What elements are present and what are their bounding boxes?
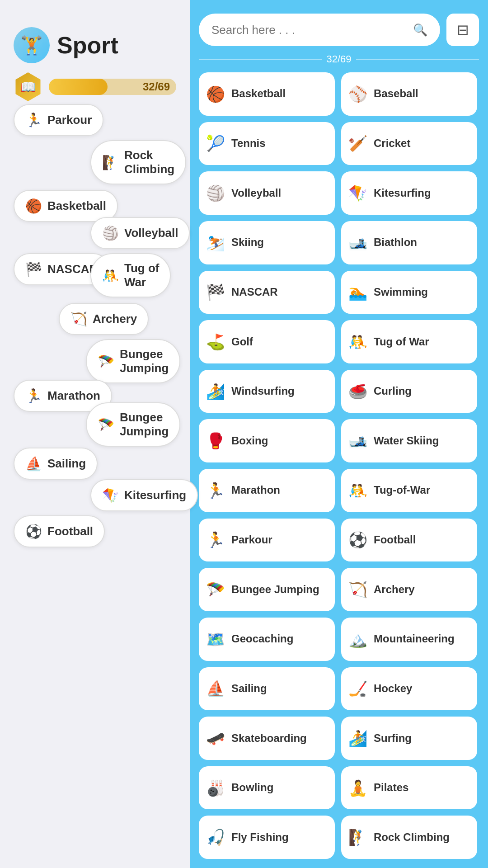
sport-card-curling[interactable]: 🥌 Curling [341,370,477,413]
sailing-label: Sailing [47,457,86,471]
progress-bar-container: 32/69 [49,79,176,95]
sport-label-tug-of-war-2: Tug-of-War [374,484,430,497]
sport-card-kitesurfing[interactable]: 🪁 Kitesurfing [341,171,477,215]
progress-line-left [199,59,322,60]
sport-card-skiing[interactable]: ⛷️ Skiing [199,221,335,264]
sport-label-geocaching: Geocaching [231,632,293,646]
sport-card-tug-of-war[interactable]: 🤼 Tug of War [341,320,477,363]
sport-card-fly-fishing[interactable]: 🎣 Fly Fishing [199,816,335,859]
left-pill-bungee-1[interactable]: 🪂 BungeeJumping [86,339,180,383]
sport-icon-fly-fishing: 🎣 [206,828,225,846]
sport-card-football[interactable]: ⚽ Football [341,519,477,562]
sailing-icon: ⛵ [25,456,42,472]
left-pill-volleyball[interactable]: 🏐 Volleyball [90,217,190,249]
sport-icon-parkour: 🏃 [206,531,225,549]
sport-card-skateboarding[interactable]: 🛹 Skateboarding [199,717,335,760]
sport-card-biathlon[interactable]: 🎿 Biathlon [341,221,477,264]
sport-label-biathlon: Biathlon [374,236,417,249]
sport-card-tennis[interactable]: 🎾 Tennis [199,122,335,165]
left-pill-parkour[interactable]: 🏃 Parkour [14,104,103,136]
sport-card-mountaineering[interactable]: 🏔️ Mountaineering [341,618,477,661]
bungee-2-icon: 🪂 [98,417,114,433]
kitesurfing-label: Kitesurfing [124,488,186,502]
sport-card-marathon[interactable]: 🏃 Marathon [199,469,335,512]
left-pill-football[interactable]: ⚽ Football [14,515,105,547]
sport-icon-boxing: 🥊 [206,432,225,450]
sport-card-baseball[interactable]: ⚾ Baseball [341,72,477,116]
sport-card-swimming[interactable]: 🏊 Swimming [341,271,477,314]
football-icon: ⚽ [25,524,42,539]
sport-label-golf: Golf [231,335,253,349]
sport-label-water-skiing: Water Skiing [374,434,439,448]
left-pill-kitesurfing[interactable]: 🪁 Kitesurfing [90,479,198,511]
sport-label-skateboarding: Skateboarding [231,732,307,745]
sport-icon-bowling: 🎳 [206,779,225,797]
volleyball-label: Volleyball [124,226,178,240]
sport-card-basketball[interactable]: 🏀 Basketball [199,72,335,116]
sport-label-tug-of-war: Tug of War [374,335,429,349]
sport-icon-hockey: 🏒 [348,679,367,698]
sport-card-golf[interactable]: ⛳ Golf [199,320,335,363]
sports-grid: 🏀 Basketball ⚾ Baseball 🎾 Tennis 🏏 Crick… [199,72,479,859]
sport-label-bungee-jumping: Bungee Jumping [231,583,319,596]
sport-icon-rock-climbing: 🧗 [348,828,367,846]
filter-button[interactable]: ⊟ [446,14,479,46]
sport-icon-sailing: ⛵ [206,679,225,698]
sport-card-rock-climbing[interactable]: 🧗 Rock Climbing [341,816,477,859]
search-row: 🔍 ⊟ [199,14,479,46]
sport-label-rock-climbing: Rock Climbing [374,831,450,844]
sport-icon-surfing: 🏄 [348,729,367,747]
sport-label-nascar: NASCAR [231,286,278,299]
left-pill-rock-climbing[interactable]: 🧗 RockClimbing [90,140,186,184]
sport-icon-tennis: 🎾 [206,134,225,152]
sport-card-cricket[interactable]: 🏏 Cricket [341,122,477,165]
sport-card-windsurfing[interactable]: 🏄 Windsurfing [199,370,335,413]
sport-icon-marathon: 🏃 [206,481,225,500]
sport-label-kitesurfing: Kitesurfing [374,187,431,200]
sport-icon-windsurfing: 🏄 [206,382,225,401]
sport-icon-baseball: ⚾ [348,85,367,103]
sport-card-geocaching[interactable]: 🗺️ Geocaching [199,618,335,661]
sport-label-fly-fishing: Fly Fishing [231,831,289,844]
sport-card-boxing[interactable]: 🥊 Boxing [199,419,335,462]
search-input[interactable] [211,23,407,37]
progress-display: 32/69 [326,53,351,65]
sport-label-marathon: Marathon [231,484,280,497]
left-pill-bungee-2[interactable]: 🪂 BungeeJumping [86,402,180,447]
sport-label-surfing: Surfing [374,732,412,745]
left-pill-sailing[interactable]: ⛵ Sailing [14,448,98,480]
sport-card-hockey[interactable]: 🏒 Hockey [341,667,477,711]
sport-icon-skateboarding: 🛹 [206,729,225,747]
sport-card-parkour[interactable]: 🏃 Parkour [199,519,335,562]
sport-label-baseball: Baseball [374,87,418,100]
progress-bar-fill [49,79,108,95]
search-box[interactable]: 🔍 [199,14,440,46]
sport-label-cricket: Cricket [374,137,410,150]
sport-card-surfing[interactable]: 🏄 Surfing [341,717,477,760]
sport-label-bowling: Bowling [231,781,273,794]
sport-card-bowling[interactable]: 🎳 Bowling [199,766,335,810]
sport-label-boxing: Boxing [231,434,268,448]
sport-card-water-skiing[interactable]: 🎿 Water Skiing [341,419,477,462]
volleyball-icon: 🏐 [102,225,119,241]
left-pill-tug-of-war[interactable]: 🤼 Tug ofWar [90,253,171,297]
bungee-1-label: BungeeJumping [120,347,169,375]
sport-icon-nascar: 🏁 [206,283,225,301]
sport-label-skiing: Skiing [231,236,264,249]
sport-icon-archery: 🏹 [348,580,367,599]
sport-icon: 🏋️ [14,27,50,63]
tug-of-war-icon: 🤼 [102,268,119,283]
sport-card-bungee-jumping[interactable]: 🪂 Bungee Jumping [199,568,335,611]
sport-icon-basketball: 🏀 [206,85,225,103]
sport-card-tug-of-war-2[interactable]: 🤼 Tug-of-War [341,469,477,512]
sport-card-volleyball[interactable]: 🏐 Volleyball [199,171,335,215]
sport-label-windsurfing: Windsurfing [231,385,295,398]
sport-card-archery[interactable]: 🏹 Archery [341,568,477,611]
left-pill-archery[interactable]: 🏹 Archery [59,303,149,335]
sport-card-sailing[interactable]: ⛵ Sailing [199,667,335,711]
sport-card-nascar[interactable]: 🏁 NASCAR [199,271,335,314]
sport-card-pilates[interactable]: 🧘 Pilates [341,766,477,810]
rock-climbing-icon: 🧗 [102,155,119,170]
right-panel: 🔍 ⊟ 32/69 🏀 Basketball ⚾ Baseball 🎾 Tenn… [190,0,488,868]
progress-line-right [356,59,479,60]
